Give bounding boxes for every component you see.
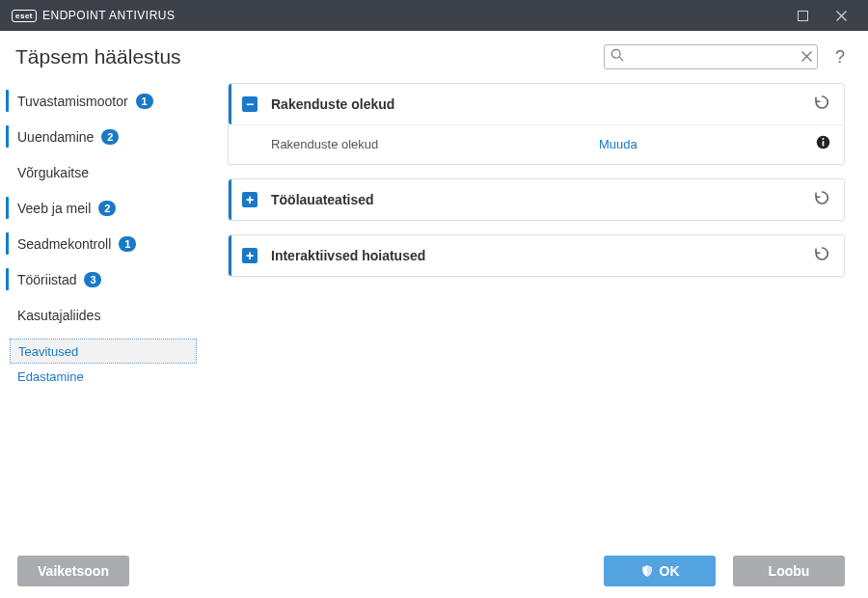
window-maximize-button[interactable]	[783, 0, 822, 31]
panel-revert-button[interactable]	[813, 189, 830, 210]
ok-button[interactable]: OK	[604, 556, 716, 586]
maximize-icon	[798, 11, 808, 21]
search-clear-button[interactable]	[801, 48, 812, 66]
sidebar-sub-label: Edastamine	[17, 369, 84, 384]
sidebar-item-label: Veeb ja meil	[17, 201, 91, 216]
app-brand: eset ENDPOINT ANTIVIRUS	[12, 9, 175, 22]
row-label: Rakenduste olekud	[271, 137, 599, 151]
panel-desktop-notifications: + Töölauateatised	[228, 178, 845, 221]
sidebar-item-badge: 3	[84, 272, 101, 287]
panel-header-app-states[interactable]: − Rakenduste olekud	[229, 84, 844, 124]
row-info-button[interactable]	[816, 135, 830, 152]
button-label: Vaiketsoon	[38, 563, 109, 579]
sidebar-sub-label: Teavitused	[18, 344, 78, 359]
svg-line-2	[619, 57, 623, 61]
panel-title: Töölauateatised	[271, 192, 813, 207]
sidebar-item-label: Tööriistad	[17, 272, 76, 287]
panel-title: Rakenduste olekud	[271, 96, 813, 112]
sidebar-item-network-protection[interactable]: Võrgukaitse	[0, 154, 201, 190]
product-name: ENDPOINT ANTIVIRUS	[42, 9, 175, 22]
sidebar-item-web-mail[interactable]: Veeb ja meil 2	[0, 190, 201, 226]
sidebar-item-updating[interactable]: Uuendamine 2	[0, 119, 201, 154]
panel-header-desktop-notifications[interactable]: + Töölauateatised	[229, 179, 844, 220]
expand-icon: +	[242, 248, 258, 263]
row-edit-link[interactable]: Muuda	[599, 137, 816, 151]
sidebar-sub-notifications[interactable]: Teavitused	[10, 339, 197, 364]
sidebar-item-badge: 2	[98, 201, 116, 216]
search-input[interactable]	[604, 44, 818, 69]
header-row: Täpsem häälestus ?	[0, 31, 868, 75]
sidebar-item-detection-engine[interactable]: Tuvastamismootor 1	[0, 83, 201, 119]
svg-point-1	[611, 49, 620, 58]
search-field-wrap	[604, 44, 818, 69]
page-title: Täpsem häälestus	[15, 45, 181, 68]
close-icon	[836, 11, 847, 21]
panel-app-states: − Rakenduste olekud Rakenduste olekud Mu…	[228, 83, 845, 165]
sidebar-item-tools[interactable]: Tööriistad 3	[0, 261, 201, 297]
sidebar: Tuvastamismootor 1 Uuendamine 2 Võrgukai…	[0, 75, 204, 544]
sidebar-item-label: Võrgukaitse	[17, 165, 89, 180]
clear-icon	[801, 51, 812, 62]
info-icon	[816, 135, 830, 150]
revert-icon	[813, 94, 830, 111]
sidebar-item-badge: 1	[136, 94, 153, 109]
button-label: OK	[660, 563, 680, 579]
content-area: − Rakenduste olekud Rakenduste olekud Mu…	[204, 75, 868, 544]
svg-rect-0	[798, 11, 807, 20]
button-label: Loobu	[769, 563, 810, 579]
panel-row-app-states: Rakenduste olekud Muuda	[229, 124, 844, 164]
panel-interactive-warnings: + Interaktiivsed hoiatused	[228, 234, 845, 277]
default-zone-button[interactable]: Vaiketsoon	[17, 556, 129, 586]
help-button[interactable]: ?	[827, 44, 853, 69]
sidebar-item-badge: 2	[101, 129, 119, 145]
sidebar-sub-forwarding[interactable]: Edastamine	[0, 364, 201, 389]
panel-title: Interaktiivsed hoiatused	[271, 248, 813, 263]
sidebar-item-device-control[interactable]: Seadmekontroll 1	[0, 226, 201, 261]
shield-icon	[640, 564, 654, 578]
sidebar-item-label: Kasutajaliides	[17, 308, 100, 323]
panel-header-interactive-warnings[interactable]: + Interaktiivsed hoiatused	[229, 235, 844, 276]
panel-revert-button[interactable]	[813, 94, 830, 115]
help-icon: ?	[835, 47, 845, 68]
revert-icon	[813, 189, 830, 206]
sidebar-item-badge: 1	[119, 236, 136, 252]
sidebar-item-label: Uuendamine	[17, 129, 94, 145]
window-close-button[interactable]	[822, 0, 860, 31]
panel-revert-button[interactable]	[813, 245, 830, 266]
title-bar: eset ENDPOINT ANTIVIRUS	[0, 0, 868, 31]
cancel-button[interactable]: Loobu	[733, 556, 845, 586]
brand-logo-badge: eset	[12, 10, 37, 22]
sidebar-item-label: Seadmekontroll	[17, 236, 111, 252]
search-icon	[610, 48, 624, 66]
svg-point-5	[823, 138, 825, 140]
sidebar-item-ui[interactable]: Kasutajaliides	[0, 297, 201, 333]
sidebar-item-label: Tuvastamismootor	[17, 94, 128, 109]
footer: Vaiketsoon OK Loobu	[0, 544, 868, 598]
revert-icon	[813, 245, 830, 262]
expand-icon: +	[242, 192, 258, 207]
collapse-icon: −	[242, 96, 258, 112]
svg-rect-4	[823, 141, 825, 146]
